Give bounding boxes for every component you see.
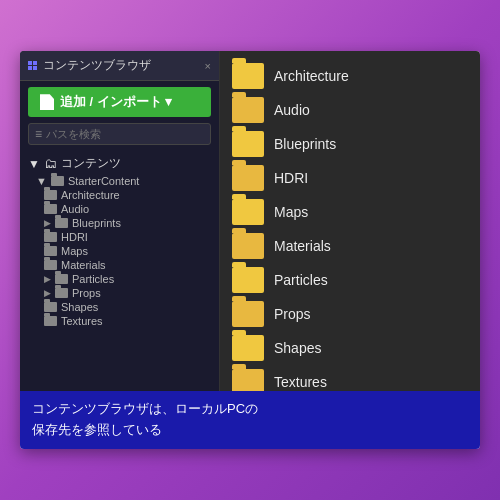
folder-icon-particles: [55, 274, 68, 284]
tree-item-hdri[interactable]: HDRI: [44, 230, 211, 244]
folder-item-textures[interactable]: Textures: [232, 365, 468, 391]
content-area: Architecture Audio Blueprints HDRI Maps …: [220, 51, 480, 391]
tree-item-architecture[interactable]: Architecture: [44, 188, 211, 202]
caption-bar: コンテンツブラウザは、ローカルPCの 保存先を参照している: [20, 391, 480, 449]
folder-item-maps[interactable]: Maps: [232, 195, 468, 229]
tree-item-bp-label: Blueprints: [72, 217, 121, 229]
add-import-button[interactable]: 追加 / インポート ▾: [28, 87, 211, 117]
folder-icon-root: ▼: [28, 157, 40, 171]
folder-icon-big-props: [232, 301, 264, 327]
tree-item-starter-label: StarterContent: [68, 175, 140, 187]
expand-arrow-props: ▶: [44, 288, 51, 298]
folder-icon-big-materials: [232, 233, 264, 259]
folder-icon-hdri: [44, 232, 57, 242]
filter-icon: ≡: [35, 127, 42, 141]
tree-starter-node: ▼ StarterContent Architecture Audio: [36, 174, 211, 328]
folder-label-audio: Audio: [274, 102, 310, 118]
folder-label-textures: Textures: [274, 374, 327, 390]
search-bar: ≡: [28, 123, 211, 145]
folder-icon-maps: [44, 246, 57, 256]
tree-item-textures-label: Textures: [61, 315, 103, 327]
tree-item-materials[interactable]: Materials: [44, 258, 211, 272]
tree-item-maps[interactable]: Maps: [44, 244, 211, 258]
expand-arrow-particles: ▶: [44, 274, 51, 284]
content-browser-card: コンテンツブラウザ × 追加 / インポート ▾ ≡ ▼ 🗂 コンテンツ: [20, 51, 480, 449]
tree-item-arch-label: Architecture: [61, 189, 120, 201]
folder-icon-big-blueprints: [232, 131, 264, 157]
caption-line2: 保存先を参照している: [32, 420, 468, 441]
folder-item-props[interactable]: Props: [232, 297, 468, 331]
expand-arrow-bp: ▶: [44, 218, 51, 228]
browser-panel: コンテンツブラウザ × 追加 / インポート ▾ ≡ ▼ 🗂 コンテンツ: [20, 51, 480, 391]
grid-icon: [28, 61, 37, 70]
tree-root-label: コンテンツ: [61, 155, 121, 172]
tree-item-audio[interactable]: Audio: [44, 202, 211, 216]
tree-item-particles[interactable]: ▶ Particles: [44, 272, 211, 286]
tree-item-particles-label: Particles: [72, 273, 114, 285]
folder-icon-arch: [44, 190, 57, 200]
folder-label-materials: Materials: [274, 238, 331, 254]
tree-item-starter[interactable]: ▼ StarterContent: [36, 174, 211, 188]
tree-item-blueprints[interactable]: ▶ Blueprints: [44, 216, 211, 230]
folder-icon-big-maps: [232, 199, 264, 225]
tree-item-props[interactable]: ▶ Props: [44, 286, 211, 300]
folder-icon-shapes: [44, 302, 57, 312]
folder-label-blueprints: Blueprints: [274, 136, 336, 152]
folder-label-maps: Maps: [274, 204, 308, 220]
folder-label-shapes: Shapes: [274, 340, 321, 356]
folder-icon-big-shapes: [232, 335, 264, 361]
tree-item-mats-label: Materials: [61, 259, 106, 271]
folder-icon-big-particles: [232, 267, 264, 293]
folder-label-particles: Particles: [274, 272, 328, 288]
tree-section: ▼ 🗂 コンテンツ ▼ StarterContent Architecture: [20, 149, 219, 391]
search-input[interactable]: [46, 128, 204, 140]
folder-icon-big-textures: [232, 369, 264, 391]
folder-item-particles[interactable]: Particles: [232, 263, 468, 297]
tree-item-audio-label: Audio: [61, 203, 89, 215]
tree-item-textures[interactable]: Textures: [44, 314, 211, 328]
folder-label-hdri: HDRI: [274, 170, 308, 186]
tree-item-maps-label: Maps: [61, 245, 88, 257]
folder-item-audio[interactable]: Audio: [232, 93, 468, 127]
folder-icon-big-architecture: [232, 63, 264, 89]
sidebar: コンテンツブラウザ × 追加 / インポート ▾ ≡ ▼ 🗂 コンテンツ: [20, 51, 220, 391]
folder-item-shapes[interactable]: Shapes: [232, 331, 468, 365]
close-button[interactable]: ×: [205, 60, 211, 72]
folder-icon-props: [55, 288, 68, 298]
folder-item-hdri[interactable]: HDRI: [232, 161, 468, 195]
folder-icon-bp: [55, 218, 68, 228]
folder-label-props: Props: [274, 306, 311, 322]
tree-item-hdri-label: HDRI: [61, 231, 88, 243]
folder-item-architecture[interactable]: Architecture: [232, 59, 468, 93]
folder-label-architecture: Architecture: [274, 68, 349, 84]
folder-icon-big-hdri: [232, 165, 264, 191]
caption-line1: コンテンツブラウザは、ローカルPCの: [32, 399, 468, 420]
sidebar-title: コンテンツブラウザ: [43, 57, 199, 74]
folder-icon-audio: [44, 204, 57, 214]
tree-root: ▼ 🗂 コンテンツ: [28, 153, 211, 174]
file-icon: [40, 94, 54, 110]
folder-item-materials[interactable]: Materials: [232, 229, 468, 263]
tree-item-shapes-label: Shapes: [61, 301, 98, 313]
folder-icon-big-audio: [232, 97, 264, 123]
tree-item-shapes[interactable]: Shapes: [44, 300, 211, 314]
folder-icon-textures: [44, 316, 57, 326]
add-import-label: 追加 / インポート ▾: [60, 93, 172, 111]
content-folder-icon: 🗂: [44, 156, 57, 171]
folder-icon-mats: [44, 260, 57, 270]
sidebar-title-bar: コンテンツブラウザ ×: [20, 51, 219, 81]
tree-item-props-label: Props: [72, 287, 101, 299]
tree-children: Architecture Audio ▶ Blueprints: [44, 188, 211, 328]
expand-arrow-starter: ▼: [36, 175, 47, 187]
folder-item-blueprints[interactable]: Blueprints: [232, 127, 468, 161]
folder-icon-starter: [51, 176, 64, 186]
